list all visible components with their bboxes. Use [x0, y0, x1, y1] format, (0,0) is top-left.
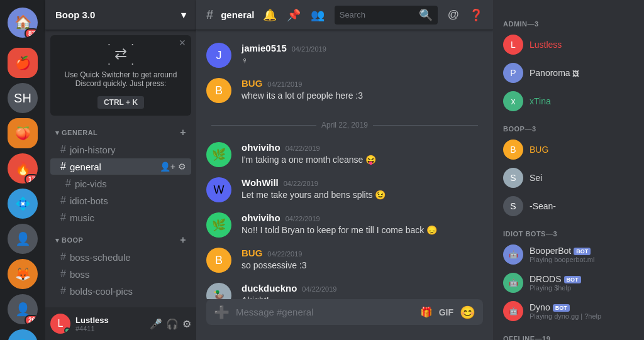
- members-icon[interactable]: 👥: [311, 8, 325, 22]
- date-divider: April 22, 2019: [206, 121, 483, 129]
- category-boop-add[interactable]: +: [180, 234, 186, 246]
- msg-username: BUG: [242, 78, 262, 89]
- at-icon[interactable]: @: [448, 8, 459, 21]
- channel-music[interactable]: # music: [50, 209, 191, 226]
- server-chevron: ▾: [181, 9, 186, 21]
- member-avatar: S: [503, 196, 523, 216]
- msg-text: so possessive :3: [242, 260, 483, 272]
- channel-idiot-bots[interactable]: # idiot-bots: [50, 192, 191, 209]
- hash-icon: #: [60, 144, 66, 155]
- quick-switcher-tooltip: ✕ ⇄ • • • • Use Quick Switcher to get ar…: [50, 35, 191, 116]
- user-info: Lustless #4411: [75, 315, 145, 332]
- msg-avatar: 🦆: [206, 283, 231, 299]
- channel-general[interactable]: # general 👤+ ⚙: [50, 158, 191, 175]
- member-avatar: S: [503, 168, 523, 188]
- gif-icon[interactable]: GIF: [439, 307, 453, 317]
- add-attachment-icon[interactable]: ➕: [214, 305, 230, 320]
- member-name: Lustless: [530, 40, 562, 50]
- search-input[interactable]: [340, 10, 415, 19]
- discord-home-button[interactable]: 🏠 87: [8, 8, 38, 38]
- server-icon-8[interactable]: 👤 26: [8, 294, 38, 324]
- server-icon-2[interactable]: SH: [8, 83, 38, 113]
- member-name: Sei: [530, 173, 542, 183]
- quick-switcher-close[interactable]: ✕: [179, 38, 186, 48]
- member-sei[interactable]: S Sei: [498, 164, 639, 192]
- category-general[interactable]: ▾ GENERAL +: [45, 123, 196, 141]
- member-avatar: 🤖: [503, 273, 523, 293]
- msg-username: jamie0515: [242, 43, 287, 53]
- server-icon-9[interactable]: 🌐 NEW: [8, 329, 38, 340]
- channel-pic-vids[interactable]: # pic-vids: [50, 175, 191, 192]
- search-icon: 🔍: [419, 8, 433, 22]
- hash-icon: #: [60, 161, 66, 172]
- channel-join-history[interactable]: # join-history: [50, 141, 191, 158]
- deafen-icon[interactable]: 🎧: [166, 318, 179, 330]
- msg-username: ohviviho: [242, 212, 280, 223]
- category-general-add[interactable]: +: [180, 127, 186, 138]
- message-group: B BUG 04/22/2019 so possessive :3: [206, 245, 483, 275]
- msg-timestamp: 04/22/2019: [286, 215, 320, 222]
- pin-icon[interactable]: 📌: [287, 8, 301, 22]
- server-icon-5[interactable]: 💠: [8, 189, 38, 219]
- bell-icon[interactable]: 🔔: [263, 8, 277, 22]
- bot-badge: BOT: [564, 276, 581, 283]
- server-badge-8: 26: [25, 315, 38, 324]
- settings-icon[interactable]: ⚙: [182, 318, 191, 330]
- member-sean[interactable]: S -Sean-: [498, 192, 639, 220]
- category-boop-label: ▾ BOOP: [55, 236, 83, 244]
- member-info: DRODSBOT Playing $help: [530, 274, 581, 292]
- message-input[interactable]: [236, 299, 414, 325]
- msg-text: whew its a lot of people here :3: [242, 90, 483, 102]
- server-header[interactable]: Boop 3.0 ▾: [45, 0, 196, 30]
- msg-text: No!! I told Bryan to keep for me till I …: [242, 224, 483, 237]
- msg-header: BUG 04/22/2019: [242, 248, 483, 258]
- user-controls: 🎤 🎧 ⚙: [150, 318, 191, 330]
- member-booperbot[interactable]: 🤖 BooperBotBOT Playing booperbot.ml: [498, 241, 639, 268]
- emoji-icon[interactable]: 😊: [460, 305, 475, 320]
- member-dyno[interactable]: 🤖 DynoBOT Playing dyno.gg | ?help: [498, 297, 639, 325]
- channel-boss[interactable]: # boss: [50, 266, 191, 282]
- channel-name: pic-vids: [75, 178, 107, 189]
- server-icon-3[interactable]: 🍑: [8, 118, 38, 148]
- chat-header: # general 🔔 📌 👥 🔍 @ ❓: [196, 0, 493, 30]
- gear-icon[interactable]: ⚙: [178, 162, 186, 172]
- member-bug[interactable]: B BUG: [498, 136, 639, 163]
- member-drods[interactable]: 🤖 DRODSBOT Playing $help: [498, 269, 639, 297]
- member-info: DynoBOT Playing dyno.gg | ?help: [530, 302, 601, 320]
- msg-timestamp: 04/22/2019: [267, 250, 302, 258]
- member-category-bots: IDIOT BOTS—3: [498, 225, 639, 240]
- member-info: BooperBotBOT Playing booperbot.ml: [530, 246, 594, 263]
- channel-name: music: [70, 212, 94, 223]
- category-boop[interactable]: ▾ BOOP +: [45, 231, 196, 248]
- server-icon-1[interactable]: 🍎: [8, 48, 38, 78]
- member-panoroma[interactable]: P Panoroma 🖼: [498, 59, 639, 87]
- server-icon-6[interactable]: 👤: [8, 224, 38, 254]
- channel-name: boss-schedule: [70, 252, 131, 263]
- msg-content: WohWill 04/22/2019 Let me take yours and…: [242, 177, 483, 202]
- msg-username: WohWill: [242, 177, 279, 188]
- member-xtina[interactable]: x xTina: [498, 87, 639, 115]
- gift-icon[interactable]: 🎁: [420, 306, 433, 318]
- msg-avatar: 🌿: [206, 212, 231, 238]
- channel-sidebar: Boop 3.0 ▾ ✕ ⇄ • • • • Use Quick Switche…: [45, 0, 196, 340]
- qs-description: Use Quick Switcher to get around Discord…: [58, 70, 184, 88]
- server-icon-7[interactable]: 🦊: [8, 259, 38, 289]
- channel-actions: 👤+ ⚙: [160, 162, 186, 172]
- channel-bolds-cool-pics[interactable]: # bolds-cool-pics: [50, 283, 191, 299]
- help-icon[interactable]: ❓: [469, 8, 483, 22]
- member-lustless[interactable]: L Lustless: [498, 31, 639, 58]
- msg-content: jamie0515 04/21/2019 ♀: [242, 43, 483, 68]
- msg-avatar: 🌿: [206, 142, 231, 167]
- message-group: 🌿 ohviviho 04/22/2019 I'm taking a one m…: [206, 140, 483, 170]
- main-chat: # general 🔔 📌 👥 🔍 @ ❓ J jamie0515 04/21/…: [196, 0, 493, 340]
- mute-icon[interactable]: 🎤: [150, 318, 162, 330]
- msg-timestamp: 04/22/2019: [284, 180, 318, 187]
- msg-text: ♀: [242, 55, 483, 67]
- server-icon-4[interactable]: 🔥 17: [8, 153, 38, 184]
- add-member-icon[interactable]: 👤+: [160, 162, 175, 172]
- msg-avatar: B: [206, 248, 231, 273]
- msg-header: jamie0515 04/21/2019: [242, 43, 483, 53]
- msg-timestamp: 04/21/2019: [292, 45, 326, 53]
- channel-boss-schedule[interactable]: # boss-schedule: [50, 249, 191, 265]
- msg-timestamp: 04/22/2019: [286, 145, 320, 152]
